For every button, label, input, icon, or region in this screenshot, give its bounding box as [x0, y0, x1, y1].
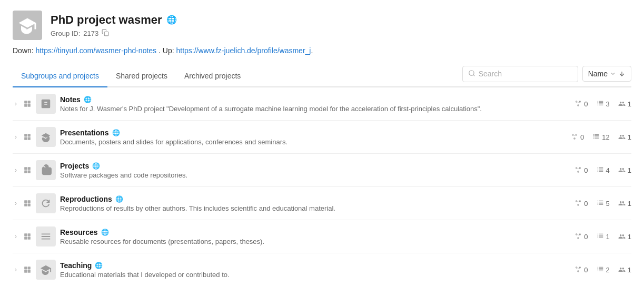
repos-meta: 2 — [597, 266, 610, 274]
svg-rect-4 — [24, 101, 27, 103]
group-name-row: Presentations 🌐 — [60, 129, 567, 137]
list-item: › Notes 🌐 Notes for J. Wasmer's PhD proj… — [13, 87, 631, 121]
up-link[interactable]: https://www.fz-juelich.de/profile/wasmer… — [176, 46, 311, 55]
subgroup-list: › Notes 🌐 Notes for J. Wasmer's PhD proj… — [13, 87, 631, 286]
tab-subgroups[interactable]: Subgroups and projects — [13, 65, 107, 87]
expand-chevron[interactable]: › — [13, 164, 19, 176]
forks-meta: 0 — [574, 100, 588, 108]
members-meta: 1 — [618, 100, 631, 108]
fork-count: 0 — [584, 166, 588, 174]
svg-rect-9 — [28, 134, 31, 136]
svg-rect-10 — [24, 137, 27, 140]
tab-archived[interactable]: Archived projects — [176, 65, 249, 87]
repo-count: 3 — [606, 100, 610, 108]
members-meta: 1 — [618, 166, 631, 174]
group-sub-icon — [23, 200, 32, 207]
group-id-line: Group ID: 2173 — [51, 29, 177, 38]
svg-rect-26 — [24, 270, 27, 273]
svg-rect-21 — [28, 233, 31, 236]
down-prefix: Down: — [13, 46, 34, 55]
forks-meta: 0 — [574, 200, 588, 208]
group-meta: 0 5 1 — [574, 200, 631, 208]
copy-icon[interactable] — [102, 29, 109, 38]
group-description: Reusable resources for documents (presen… — [60, 238, 513, 245]
tabs-right: Name — [462, 66, 631, 86]
svg-rect-17 — [28, 200, 31, 203]
group-info: Teaching 🌐 Educational materials that I … — [60, 261, 570, 279]
group-sub-icon — [23, 233, 32, 240]
fork-icon — [574, 266, 582, 273]
group-description: Documents, posters and slides for applic… — [60, 138, 513, 146]
repos-meta: 12 — [592, 133, 609, 141]
repos-meta: 4 — [597, 166, 610, 174]
expand-chevron[interactable]: › — [13, 231, 19, 242]
svg-rect-14 — [24, 171, 27, 173]
group-name-link[interactable]: Reproductions — [60, 195, 112, 203]
members-icon — [618, 233, 626, 240]
project-title: PhD project wasmer 🌐 — [51, 13, 177, 27]
search-box — [462, 66, 578, 82]
repo-count: 2 — [606, 266, 610, 274]
group-name-link[interactable]: Projects — [60, 162, 89, 170]
svg-rect-19 — [28, 204, 31, 206]
members-meta: 1 — [618, 200, 631, 208]
tabs-left: Subgroups and projects Shared projects A… — [13, 65, 249, 86]
group-description: Reproductions of results by other author… — [60, 204, 513, 212]
member-count: 1 — [628, 233, 631, 241]
expand-chevron[interactable]: › — [13, 131, 19, 143]
repo-count: 4 — [606, 166, 610, 174]
member-count: 1 — [628, 166, 631, 174]
search-icon — [468, 70, 475, 78]
group-name-link[interactable]: Resources — [60, 228, 98, 236]
group-sub-icon — [23, 133, 32, 141]
svg-rect-24 — [24, 267, 27, 269]
repo-icon — [597, 100, 604, 107]
globe-icon: 🌐 — [166, 15, 177, 25]
project-title-text: PhD project wasmer — [51, 13, 162, 27]
group-name-link[interactable]: Notes — [60, 95, 81, 104]
project-header: PhD project wasmer 🌐 Group ID: 2173 — [13, 11, 631, 40]
expand-chevron[interactable]: › — [13, 98, 19, 110]
repo-icon — [592, 133, 600, 141]
svg-rect-15 — [28, 171, 31, 173]
group-name-link[interactable]: Teaching — [60, 261, 92, 270]
globe-icon: 🌐 — [101, 229, 109, 236]
tab-shared[interactable]: Shared projects — [107, 65, 176, 87]
group-description: Software packages and code repositories. — [60, 171, 513, 179]
list-item: › Resources 🌐 Reusable resources for doc… — [13, 220, 631, 253]
fork-count: 0 — [584, 233, 588, 241]
expand-chevron[interactable]: › — [13, 198, 19, 209]
group-name-row: Projects 🌐 — [60, 162, 570, 170]
globe-icon: 🌐 — [115, 195, 123, 203]
group-name-row: Resources 🌐 — [60, 228, 570, 236]
forks-meta: 0 — [574, 266, 588, 274]
svg-rect-18 — [24, 204, 27, 206]
svg-rect-27 — [28, 270, 31, 273]
sort-label: Name — [588, 70, 608, 78]
globe-icon: 🌐 — [95, 262, 103, 269]
tabs-bar: Subgroups and projects Shared projects A… — [13, 65, 631, 87]
svg-rect-22 — [24, 237, 27, 240]
svg-rect-12 — [24, 167, 27, 170]
group-meta: 0 3 1 — [574, 100, 631, 108]
fork-icon — [571, 133, 578, 141]
svg-rect-11 — [28, 137, 31, 140]
group-info: Notes 🌐 Notes for J. Wasmer's PhD projec… — [60, 95, 570, 113]
repos-meta: 1 — [597, 233, 610, 241]
group-avatar — [36, 160, 56, 180]
svg-line-2 — [473, 74, 474, 76]
group-meta: 0 2 1 — [574, 266, 631, 274]
forks-meta: 0 — [574, 233, 588, 241]
members-icon — [618, 100, 626, 107]
repo-count: 5 — [606, 200, 610, 208]
fork-count: 0 — [584, 100, 588, 108]
group-name-link[interactable]: Presentations — [60, 129, 109, 137]
group-name-row: Notes 🌐 — [60, 95, 570, 104]
globe-icon: 🌐 — [92, 162, 100, 170]
group-meta: 0 12 1 — [571, 133, 631, 141]
chevron-down-icon — [610, 71, 616, 77]
down-link[interactable]: https://tinyurl.com/wasmer-phd-notes — [36, 46, 157, 55]
sort-button[interactable]: Name — [582, 66, 631, 82]
search-input[interactable] — [479, 70, 572, 78]
expand-chevron[interactable]: › — [13, 264, 19, 275]
